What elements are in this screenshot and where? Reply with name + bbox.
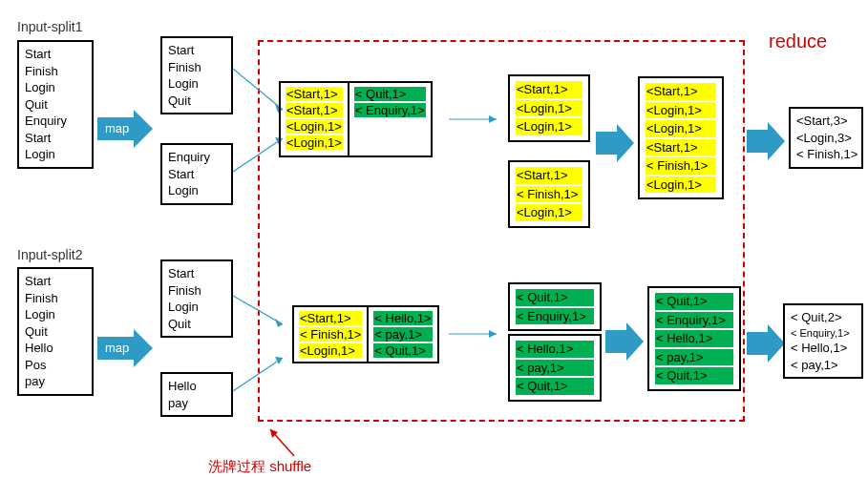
thin-arrow-mid-1 [449, 110, 504, 129]
label-input-split2: Input-split2 [17, 247, 82, 262]
thin-arrow-2b [233, 353, 290, 401]
svg-marker-15 [605, 322, 644, 361]
combine1b-box: <Start,1> < Finish,1> <Login,1> [508, 160, 590, 228]
map1-yellow-col: <Start,1> <Start,1> <Login,1> <Login,1> [281, 83, 348, 156]
map-text-2: map [105, 341, 129, 355]
combine2b-box: < Hello,1> < pay,1> < Quit,1> [508, 334, 602, 402]
svg-line-8 [233, 358, 283, 391]
map1-green-col: < Quit,1> < Enquiry,1> [348, 83, 431, 156]
map-arrow-1: map [97, 110, 153, 148]
big-arrow-m2 [605, 322, 644, 361]
svg-marker-14 [596, 124, 634, 162]
svg-marker-13 [489, 330, 497, 338]
big-arrow-r1 [747, 122, 785, 160]
map2-green-col: < Hello,1> < pay,1> < Quit,1> [367, 307, 436, 362]
thin-arrow-2a [233, 286, 290, 343]
svg-line-2 [233, 69, 283, 110]
combine2a-box: < Quit,1> < Enquiry,1> [508, 282, 602, 331]
split2a-box: StartFinishLoginQuit [160, 259, 233, 338]
combine1a-box: <Start,1> <Login,1> <Login,1> [508, 74, 590, 142]
split2b-box: Hellopay [160, 372, 233, 417]
split1a-box: StartFinishLoginQuit [160, 36, 233, 114]
map-text-1: map [105, 121, 129, 135]
map2-yellow-col: <Start,1> < Finish,1> <Login,1> [294, 307, 367, 362]
map2-pairs: <Start,1> < Finish,1> <Login,1> < Hello,… [292, 305, 439, 363]
svg-marker-7 [275, 319, 283, 327]
svg-marker-9 [275, 357, 283, 364]
merged2-box: < Quit,1> < Enquiry,1> < Hello,1> < pay,… [647, 286, 741, 391]
out2-box: < Quit,2> < Enquiry,1> < Hello,1> < pay,… [783, 303, 863, 379]
label-reduce: reduce [769, 31, 827, 52]
svg-marker-11 [489, 115, 497, 123]
map-arrow-2: map [97, 329, 153, 367]
out1-box: <Start,3> <Login,3> < Finish,1> [789, 107, 863, 169]
split1b-box: EnquiryStartLogin [160, 143, 233, 205]
thin-arrow-mid-2 [449, 324, 504, 343]
label-shuffle: 洗牌过程 shuffle [208, 458, 311, 476]
input1-list: Start Finish Login Quit Enquiry Start Lo… [25, 46, 86, 163]
svg-marker-17 [747, 324, 785, 363]
input1-box: Start Finish Login Quit Enquiry Start Lo… [17, 40, 94, 169]
big-arrow-r2 [747, 324, 785, 363]
label-input-split1: Input-split1 [17, 19, 82, 34]
svg-line-6 [233, 296, 283, 324]
input2-box: Start Finish Login Quit Hello Pos pay [17, 267, 94, 396]
map1-pairs: <Start,1> <Start,1> <Login,1> <Login,1> … [279, 81, 433, 157]
input2-list: Start Finish Login Quit Hello Pos pay [25, 273, 86, 390]
svg-line-4 [233, 138, 283, 172]
svg-marker-16 [747, 122, 785, 160]
merged1-box: <Start,1> <Login,1> <Login,1> <Start,1> … [638, 76, 724, 199]
big-arrow-m1 [596, 124, 634, 162]
